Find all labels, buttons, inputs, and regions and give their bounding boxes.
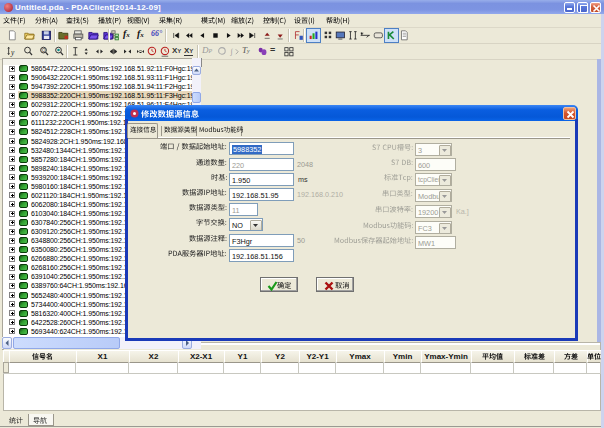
svg-text:Q: Q — [42, 48, 46, 53]
svg-text:y: y — [10, 48, 15, 57]
svg-text:∫: ∫ — [230, 47, 234, 56]
